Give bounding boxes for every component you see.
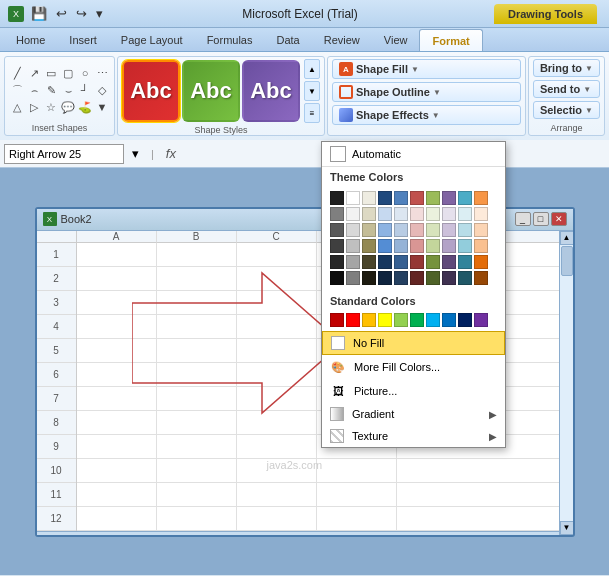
shape-fill-dropdown-arrow[interactable]: ▼ [411,65,419,74]
cell-a10[interactable] [77,459,157,483]
style-more[interactable]: ≡ [304,103,320,123]
swatch-0-7[interactable] [442,191,456,205]
swatch-1-1[interactable] [346,207,360,221]
swatch-1-9[interactable] [474,207,488,221]
cell-d11[interactable] [317,483,397,507]
swatch-4-4[interactable] [394,255,408,269]
shape-banner[interactable]: ⛳ [77,99,93,115]
swatch-5-6[interactable] [426,271,440,285]
no-fill-item[interactable]: No Fill [322,331,505,355]
swatch-5-1[interactable] [346,271,360,285]
swatch-2-0[interactable] [330,223,344,237]
swatch-0-1[interactable] [346,191,360,205]
cell-c12[interactable] [237,507,317,531]
tab-formulas[interactable]: Formulas [195,29,265,51]
picture-item[interactable]: 🖼 Picture... [322,379,505,403]
tab-data[interactable]: Data [264,29,311,51]
bring-to-front-arrow[interactable]: ▼ [585,64,593,73]
cell-d12[interactable] [317,507,397,531]
shape-diamond[interactable]: ◇ [94,82,110,98]
swatch-5-2[interactable] [362,271,376,285]
redo-button[interactable]: ↪ [73,5,90,22]
fx-button[interactable]: fx [162,146,180,161]
shape-more[interactable]: ⋯ [94,65,110,81]
swatch-3-1[interactable] [346,239,360,253]
swatch-4-7[interactable] [442,255,456,269]
swatch-0-6[interactable] [426,191,440,205]
swatch-4-9[interactable] [474,255,488,269]
std-swatch-1[interactable] [346,313,360,327]
cell-b12[interactable] [157,507,237,531]
std-swatch-3[interactable] [378,313,392,327]
shape-arrow[interactable]: ↗ [26,65,42,81]
cell-c10[interactable] [237,459,317,483]
tab-page-layout[interactable]: Page Layout [109,29,195,51]
undo-button[interactable]: ↩ [53,5,70,22]
swatch-2-5[interactable] [410,223,424,237]
cell-b9[interactable] [157,435,237,459]
shape-fill-button[interactable]: A Shape Fill ▼ [332,59,521,79]
swatch-3-0[interactable] [330,239,344,253]
cell-b11[interactable] [157,483,237,507]
swatch-0-0[interactable] [330,191,344,205]
swatch-4-2[interactable] [362,255,376,269]
swatch-2-2[interactable] [362,223,376,237]
swatch-4-0[interactable] [330,255,344,269]
swatch-1-5[interactable] [410,207,424,221]
style-btn-red[interactable]: Abc [122,60,180,122]
style-scroll-down[interactable]: ▼ [304,81,320,101]
selection-button[interactable]: Selectio ▼ [533,101,600,119]
cell-a12[interactable] [77,507,157,531]
swatch-3-8[interactable] [458,239,472,253]
swatch-0-4[interactable] [394,191,408,205]
shape-rounded[interactable]: ▢ [60,65,76,81]
shape-action[interactable]: ▼ [94,99,110,115]
style-scroll-up[interactable]: ▲ [304,59,320,79]
swatch-0-9[interactable] [474,191,488,205]
scroll-down-button[interactable]: ▼ [560,521,573,535]
std-swatch-0[interactable] [330,313,344,327]
swatch-5-0[interactable] [330,271,344,285]
cell-a9[interactable] [77,435,157,459]
more-fill-colors-item[interactable]: 🎨 More Fill Colors... [322,355,505,379]
texture-item[interactable]: Texture ▶ [322,425,505,447]
style-btn-purple[interactable]: Abc [242,60,300,122]
std-swatch-9[interactable] [474,313,488,327]
swatch-5-7[interactable] [442,271,456,285]
swatch-2-3[interactable] [378,223,392,237]
name-box[interactable] [4,144,124,164]
swatch-5-8[interactable] [458,271,472,285]
shape-effects-button[interactable]: Shape Effects ▼ [332,105,521,125]
swatch-1-8[interactable] [458,207,472,221]
swatch-4-5[interactable] [410,255,424,269]
swatch-3-5[interactable] [410,239,424,253]
swatch-3-4[interactable] [394,239,408,253]
swatch-1-2[interactable] [362,207,376,221]
std-swatch-4[interactable] [394,313,408,327]
selection-arrow[interactable]: ▼ [585,106,593,115]
swatch-2-6[interactable] [426,223,440,237]
scroll-up-button[interactable]: ▲ [560,231,573,245]
name-box-dropdown[interactable]: ▾ [128,146,143,161]
shape-outline-dropdown-arrow[interactable]: ▼ [433,88,441,97]
send-to-back-arrow[interactable]: ▼ [583,85,591,94]
shape-tri[interactable]: △ [9,99,25,115]
swatch-1-0[interactable] [330,207,344,221]
tab-view[interactable]: View [372,29,420,51]
swatch-3-9[interactable] [474,239,488,253]
tab-home[interactable]: Home [4,29,57,51]
swatch-4-1[interactable] [346,255,360,269]
swatch-2-8[interactable] [458,223,472,237]
tab-insert[interactable]: Insert [57,29,109,51]
swatch-0-3[interactable] [378,191,392,205]
swatch-2-4[interactable] [394,223,408,237]
shape-connector[interactable]: ⌣ [60,82,76,98]
scroll-thumb[interactable] [561,246,573,276]
tab-format[interactable]: Format [419,29,482,51]
shape-star[interactable]: ☆ [43,99,59,115]
swatch-1-6[interactable] [426,207,440,221]
swatch-2-7[interactable] [442,223,456,237]
cell-c11[interactable] [237,483,317,507]
swatch-0-8[interactable] [458,191,472,205]
swatch-3-6[interactable] [426,239,440,253]
